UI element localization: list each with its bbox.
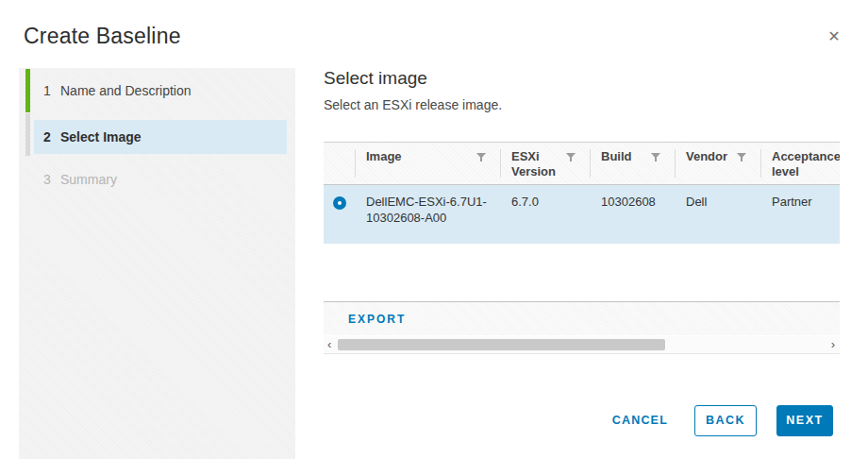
column-header-esxi-version[interactable]: ESXi Version [500, 143, 590, 184]
scrollbar-thumb[interactable] [338, 339, 665, 350]
scroll-right-icon[interactable]: › [831, 336, 835, 353]
dialog-footer: CANCEL BACK NEXT [612, 404, 833, 436]
cell-build: 10302608 [590, 185, 675, 244]
cell-acceptance-level: Partner [760, 185, 840, 244]
step-number: 2 [42, 129, 52, 144]
step-number: 1 [42, 83, 52, 98]
page-title: Create Baseline [24, 24, 181, 49]
table-empty-area [324, 244, 840, 301]
sidebar-item-name-and-description[interactable]: 1 Name and Description [19, 68, 295, 112]
table-header-row: Image ESXi Version Build Vendor Acceptan… [324, 142, 840, 185]
horizontal-scrollbar[interactable]: ‹ › [324, 336, 840, 354]
section-heading: Select image [324, 68, 427, 89]
step-label: Summary [60, 172, 117, 187]
wizard-steps-sidebar: 1 Name and Description 2 Select Image 3 … [19, 68, 295, 459]
section-description: Select an ESXi release image. [324, 97, 502, 112]
step-number: 3 [42, 172, 52, 187]
step-track-bar [25, 113, 30, 156]
radio-dot [338, 201, 342, 205]
next-button[interactable]: NEXT [776, 405, 833, 436]
cell-vendor: Dell [675, 185, 760, 244]
radio-selected-icon[interactable] [333, 196, 346, 210]
image-table: Image ESXi Version Build Vendor Acceptan… [324, 142, 840, 354]
column-header-build[interactable]: Build [590, 143, 675, 184]
column-label: Build [601, 149, 632, 163]
column-label: Image [366, 149, 402, 163]
table-row[interactable]: DellEMC-ESXi-6.7U1-10302608-A00 6.7.0 10… [324, 185, 840, 244]
step-label: Select Image [60, 129, 142, 144]
column-header-image[interactable]: Image [355, 143, 500, 184]
sidebar-item-select-image[interactable]: 2 Select Image [34, 120, 287, 154]
step-label: Name and Description [60, 83, 192, 98]
column-header-vendor[interactable]: Vendor [675, 143, 760, 184]
export-button[interactable]: EXPORT [348, 313, 406, 326]
scroll-left-icon[interactable]: ‹ [327, 336, 331, 353]
filter-icon[interactable] [476, 153, 486, 162]
cell-esxi-version: 6.7.0 [500, 185, 590, 244]
cell-image: DellEMC-ESXi-6.7U1-10302608-A00 [355, 185, 500, 244]
column-header-acceptance-level[interactable]: Acceptance level [760, 143, 840, 184]
close-icon[interactable]: ✕ [823, 26, 845, 48]
radio-cell [324, 185, 355, 244]
filter-icon[interactable] [651, 153, 660, 162]
radio-column-header [324, 143, 355, 184]
table-footer: EXPORT [324, 301, 840, 335]
column-label: Vendor [686, 149, 727, 163]
column-label: ESXi Version [511, 149, 556, 178]
back-button[interactable]: BACK [694, 405, 757, 436]
filter-icon[interactable] [566, 153, 576, 162]
column-label: Acceptance level [772, 149, 840, 178]
sidebar-item-summary: 3 Summary [19, 165, 295, 194]
filter-icon[interactable] [737, 153, 746, 162]
cancel-button[interactable]: CANCEL [612, 414, 668, 427]
